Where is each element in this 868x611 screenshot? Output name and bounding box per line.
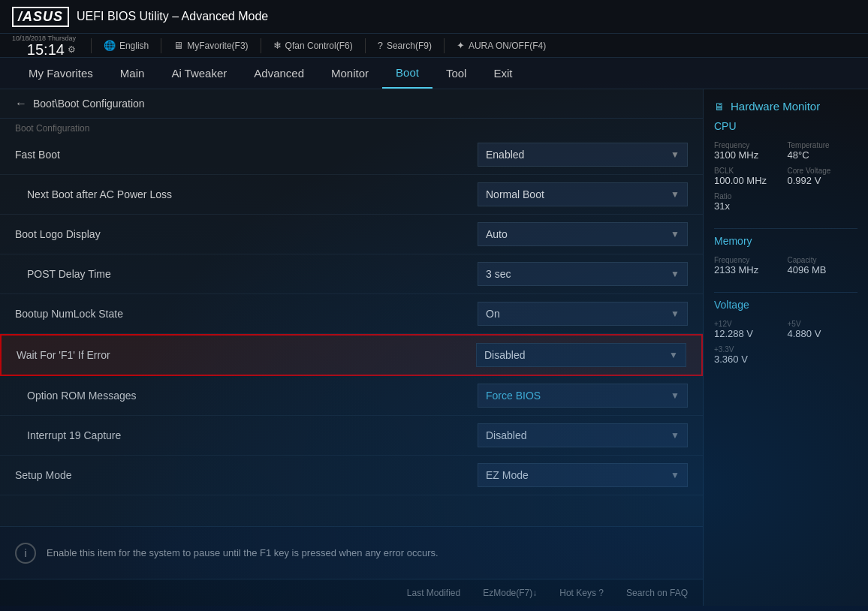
numlock-dropdown[interactable]: On ▼: [478, 302, 688, 326]
search-button[interactable]: ? Search(F9): [378, 40, 432, 51]
voltage-33v: +3.3V 3.360 V: [714, 345, 857, 365]
main-layout: ← Boot\Boot Configuration Boot Configura…: [0, 89, 868, 606]
fan-icon: ❄: [273, 40, 282, 51]
nav-advanced[interactable]: Advanced: [240, 58, 318, 89]
chevron-down-icon: ▼: [671, 470, 680, 480]
last-modified-button[interactable]: Last Modified: [407, 588, 460, 598]
description-bar: i Enable this item for the system to pau…: [0, 526, 703, 579]
post-delay-dropdown[interactable]: 3 sec ▼: [478, 262, 688, 286]
logo-area: /ASUS UEFI BIOS Utility – Advanced Mode: [12, 7, 268, 27]
setting-boot-logo[interactable]: Boot Logo Display Auto ▼: [0, 215, 703, 254]
numlock-label: Bootup NumLock State: [15, 308, 478, 320]
aura-icon: ✦: [457, 40, 465, 51]
nav-boot[interactable]: Boot: [382, 58, 432, 89]
boot-logo-control[interactable]: Auto ▼: [478, 222, 688, 246]
cpu-temperature: Temperature 48°C: [788, 141, 858, 161]
nav-main[interactable]: Main: [107, 58, 158, 89]
setup-mode-control[interactable]: EZ Mode ▼: [478, 463, 688, 487]
option-rom-control[interactable]: Force BIOS ▼: [478, 384, 688, 408]
interrupt19-label: Interrupt 19 Capture: [15, 429, 478, 441]
option-rom-dropdown[interactable]: Force BIOS ▼: [478, 384, 688, 408]
voltage-grid: +12V 12.288 V +5V 4.880 V +3.3V 3.360 V: [714, 320, 857, 365]
myfavorite-button[interactable]: 🖥 MyFavorite(F3): [173, 40, 248, 51]
time-display: 15:14 ⚙: [27, 42, 76, 57]
info-icon: i: [15, 543, 36, 564]
chevron-down-icon: ▼: [671, 430, 680, 441]
monitor-icon: 🖥: [714, 101, 725, 113]
nav-exit[interactable]: Exit: [480, 58, 526, 89]
navigation: My Favorites Main Ai Tweaker Advanced Mo…: [0, 58, 868, 89]
divider: [714, 228, 857, 229]
hardware-monitor-panel: 🖥 Hardware Monitor CPU Frequency 3100 MH…: [703, 89, 868, 606]
memory-section: Memory Frequency 2133 MHz Capacity 4096 …: [714, 235, 857, 275]
memory-capacity: Capacity 4096 MB: [788, 256, 858, 275]
cpu-core-voltage: Core Voltage 0.992 V: [788, 167, 858, 186]
next-boot-ac-label: Next Boot after AC Power Loss: [15, 188, 478, 200]
hot-keys-button[interactable]: Hot Keys ?: [559, 588, 604, 598]
cpu-section-title: CPU: [714, 120, 857, 135]
section-header: Boot Configuration: [0, 119, 703, 135]
language-selector[interactable]: 🌐 English: [104, 40, 149, 51]
chevron-down-icon: ▼: [671, 189, 680, 200]
setting-setup-mode[interactable]: Setup Mode EZ Mode ▼: [0, 456, 703, 495]
breadcrumb: ← Boot\Boot Configuration: [0, 89, 703, 119]
nav-monitor[interactable]: Monitor: [318, 58, 382, 89]
qfan-button[interactable]: ❄ Qfan Control(F6): [273, 40, 353, 51]
next-boot-ac-control[interactable]: Normal Boot ▼: [478, 182, 688, 206]
date-display: 10/18/2018 Thursday: [12, 35, 76, 42]
cpu-section: CPU Frequency 3100 MHz Temperature 48°C …: [714, 120, 857, 212]
search-icon: ?: [378, 40, 383, 51]
setting-numlock[interactable]: Bootup NumLock State On ▼: [0, 294, 703, 334]
voltage-section-title: Voltage: [714, 299, 857, 314]
chevron-down-icon: ▼: [669, 350, 678, 360]
nav-tool[interactable]: Tool: [432, 58, 481, 89]
search-faq-button[interactable]: Search on FAQ: [626, 588, 688, 598]
interrupt19-control[interactable]: Disabled ▼: [478, 423, 688, 447]
chevron-down-icon: ▼: [671, 229, 680, 239]
wait-f1-label: Wait For 'F1' If Error: [17, 349, 476, 361]
setup-mode-dropdown[interactable]: EZ Mode ▼: [478, 463, 688, 487]
setting-option-rom[interactable]: Option ROM Messages Force BIOS ▼: [0, 376, 703, 416]
next-boot-ac-dropdown[interactable]: Normal Boot ▼: [478, 182, 688, 206]
aura-button[interactable]: ✦ AURA ON/OFF(F4): [457, 40, 546, 51]
monitor-icon: 🖥: [173, 40, 183, 51]
numlock-control[interactable]: On ▼: [478, 302, 688, 326]
divider: [714, 292, 857, 293]
divider: [161, 38, 161, 53]
nav-ai-tweaker[interactable]: Ai Tweaker: [158, 58, 240, 89]
setting-wait-f1[interactable]: Wait For 'F1' If Error Disabled ▼: [0, 334, 703, 376]
header-combined: /ASUS UEFI BIOS Utility – Advanced Mode …: [0, 0, 868, 58]
setting-post-delay[interactable]: POST Delay Time 3 sec ▼: [0, 254, 703, 294]
boot-logo-dropdown[interactable]: Auto ▼: [478, 222, 688, 246]
ez-mode-button[interactable]: EzMode(F7)↓: [483, 588, 537, 598]
memory-frequency: Frequency 2133 MHz: [714, 256, 785, 275]
voltage-12v: +12V 12.288 V: [714, 320, 785, 339]
nav-my-favorites[interactable]: My Favorites: [15, 58, 107, 89]
bios-title: UEFI BIOS Utility – Advanced Mode: [77, 10, 268, 23]
fast-boot-control[interactable]: Enabled ▼: [478, 143, 688, 167]
fast-boot-dropdown[interactable]: Enabled ▼: [478, 143, 688, 167]
wait-f1-control[interactable]: Disabled ▼: [476, 343, 686, 367]
setting-next-boot-ac[interactable]: Next Boot after AC Power Loss Normal Boo…: [0, 175, 703, 215]
setting-fast-boot[interactable]: Fast Boot Enabled ▼: [0, 135, 703, 175]
divider: [261, 38, 261, 53]
datetime: 10/18/2018 Thursday 15:14 ⚙: [12, 35, 76, 57]
divider: [444, 38, 445, 53]
chevron-down-icon: ▼: [671, 309, 680, 319]
topbar: 10/18/2018 Thursday 15:14 ⚙ 🌐 English 🖥 …: [0, 33, 868, 57]
cpu-frequency: Frequency 3100 MHz: [714, 141, 785, 161]
hardware-monitor-title: 🖥 Hardware Monitor: [714, 100, 857, 113]
setting-interrupt19[interactable]: Interrupt 19 Capture Disabled ▼: [0, 416, 703, 456]
post-delay-control[interactable]: 3 sec ▼: [478, 262, 688, 286]
globe-icon: 🌐: [104, 40, 116, 51]
settings-table: Fast Boot Enabled ▼ Next Boot after AC P…: [0, 135, 703, 526]
breadcrumb-text: Boot\Boot Configuration: [33, 98, 145, 110]
interrupt19-dropdown[interactable]: Disabled ▼: [478, 423, 688, 447]
back-button[interactable]: ←: [15, 97, 27, 110]
chevron-down-icon: ▼: [671, 390, 680, 401]
cpu-grid: Frequency 3100 MHz Temperature 48°C BCLK…: [714, 141, 857, 212]
wait-f1-dropdown[interactable]: Disabled ▼: [476, 343, 686, 367]
content-area: ← Boot\Boot Configuration Boot Configura…: [0, 89, 703, 606]
header-top: /ASUS UEFI BIOS Utility – Advanced Mode: [0, 0, 868, 33]
setup-mode-label: Setup Mode: [15, 469, 478, 481]
